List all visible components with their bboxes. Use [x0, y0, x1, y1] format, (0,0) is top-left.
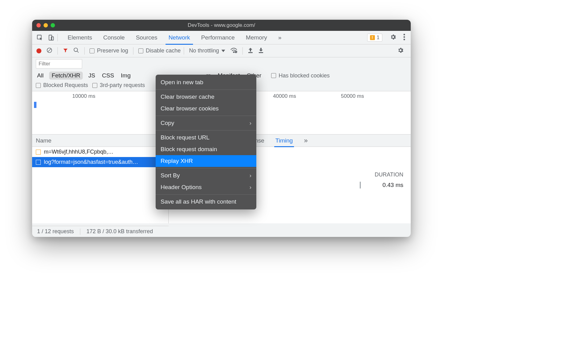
checkbox-icon: [36, 83, 41, 88]
tab-network[interactable]: Network: [163, 31, 196, 44]
separator: [156, 168, 256, 168]
queueing-duration: 0.43 ms: [382, 182, 403, 188]
divider: [242, 47, 243, 55]
more-menu-icon[interactable]: [401, 34, 408, 42]
ctx-block-domain[interactable]: Block request domain: [156, 143, 256, 155]
panel-tabs: Elements Console Sources Network Perform…: [32, 31, 411, 44]
clear-button[interactable]: [46, 47, 52, 55]
settings-icon[interactable]: [387, 34, 399, 42]
issues-count: 1: [377, 35, 380, 41]
tab-list: Elements Console Sources Network Perform…: [62, 31, 287, 44]
filter-img[interactable]: Img: [120, 72, 132, 80]
ctx-open-new-tab[interactable]: Open in new tab: [156, 77, 256, 88]
checkbox-icon: [92, 83, 97, 88]
third-party-label: 3rd-party requests: [100, 82, 145, 89]
search-icon[interactable]: [73, 47, 79, 55]
ctx-clear-cookies[interactable]: Clear browser cookies: [156, 103, 256, 114]
ctx-replay-xhr[interactable]: Replay XHR: [156, 155, 256, 167]
record-button[interactable]: [36, 48, 41, 53]
status-transferred: 172 B / 30.0 kB transferred: [86, 228, 153, 235]
export-har-icon[interactable]: [258, 47, 264, 55]
import-har-icon[interactable]: [248, 47, 253, 55]
filter-toggle-icon[interactable]: [63, 48, 68, 54]
third-party-checkbox[interactable]: 3rd-party requests: [92, 82, 145, 89]
request-row[interactable]: m=Wt6vjf,hhhU8,FCpbqb,…: [32, 147, 168, 157]
tab-sources[interactable]: Sources: [130, 31, 163, 44]
separator: [156, 89, 256, 90]
ctx-copy[interactable]: Copy›: [156, 117, 256, 129]
filter-input[interactable]: [36, 59, 82, 68]
tab-elements[interactable]: Elements: [62, 31, 98, 44]
device-toggle-icon[interactable]: [46, 33, 56, 42]
filter-fetch-xhr[interactable]: Fetch/XHR: [49, 72, 83, 80]
requests-header: Name: [32, 134, 168, 147]
request-type-icon: [36, 160, 41, 165]
ctx-sort-by[interactable]: Sort By›: [156, 170, 256, 181]
minimize-window-button[interactable]: [44, 23, 48, 27]
status-requests: 1 / 12 requests: [37, 228, 74, 235]
divider: [84, 47, 85, 55]
time-label: 40000 ms: [273, 93, 296, 99]
request-type-icon: [36, 150, 41, 155]
has-blocked-cookies-checkbox[interactable]: Has blocked cookies: [271, 72, 330, 79]
tab-timing[interactable]: Timing: [274, 134, 294, 147]
issues-badge[interactable]: ! 1: [367, 34, 382, 42]
filter-all[interactable]: All: [36, 72, 45, 80]
preserve-log-label: Preserve log: [97, 48, 128, 54]
throttling-select[interactable]: No throttling: [189, 48, 225, 54]
tab-memory[interactable]: Memory: [240, 31, 273, 44]
divider: [57, 34, 58, 41]
request-row[interactable]: log?format=json&hasfast=true&auth…: [32, 157, 168, 167]
filter-js[interactable]: JS: [87, 72, 96, 80]
tab-more[interactable]: »: [303, 134, 309, 147]
divider: [80, 229, 80, 235]
checkbox-icon: [271, 73, 276, 78]
chevron-right-icon: ›: [250, 184, 251, 191]
request-name: log?format=json&hasfast=true&auth…: [44, 159, 138, 165]
svg-point-3: [404, 34, 405, 35]
devtools-window: DevTools - www.google.com/ Elements Cons…: [32, 20, 411, 237]
ctx-header-options[interactable]: Header Options›: [156, 181, 256, 193]
separator: [156, 194, 256, 195]
time-label: 50000 ms: [341, 93, 364, 99]
close-window-button[interactable]: [36, 23, 41, 27]
svg-line-7: [48, 49, 51, 52]
chevron-right-icon: ›: [250, 120, 251, 126]
checkbox-icon: [90, 48, 94, 53]
network-conditions-icon[interactable]: [230, 47, 237, 55]
svg-rect-12: [248, 52, 253, 53]
divider: [57, 47, 58, 55]
divider: [184, 47, 184, 55]
svg-point-4: [404, 36, 405, 38]
has-blocked-cookies-label: Has blocked cookies: [279, 72, 330, 79]
ctx-save-har[interactable]: Save all as HAR with content: [156, 196, 256, 208]
inspect-element-icon[interactable]: [35, 33, 44, 42]
svg-line-9: [77, 51, 79, 52]
blocked-requests-label: Blocked Requests: [43, 82, 88, 89]
tab-performance[interactable]: Performance: [195, 31, 240, 44]
tab-more[interactable]: »: [273, 31, 287, 44]
ctx-clear-cache[interactable]: Clear browser cache: [156, 91, 256, 103]
network-toolbar: Preserve log Disable cache No throttling: [32, 44, 411, 57]
filter-css[interactable]: CSS: [101, 72, 115, 80]
queueing-bar: [360, 182, 361, 188]
svg-rect-13: [259, 52, 263, 53]
request-name: m=Wt6vjf,hhhU8,FCpbqb,…: [44, 149, 114, 155]
svg-point-5: [404, 39, 405, 40]
separator: [156, 130, 256, 130]
divider: [133, 47, 133, 55]
ctx-block-url[interactable]: Block request URL: [156, 132, 256, 143]
tab-console[interactable]: Console: [98, 31, 130, 44]
maximize-window-button[interactable]: [51, 23, 55, 27]
separator: [156, 116, 256, 116]
disable-cache-checkbox[interactable]: Disable cache: [138, 48, 181, 54]
network-settings-icon[interactable]: [395, 47, 406, 55]
chevron-down-icon: [221, 50, 225, 52]
preserve-log-checkbox[interactable]: Preserve log: [90, 48, 128, 54]
warning-icon: !: [370, 35, 375, 40]
time-label: 10000 ms: [72, 93, 95, 99]
chevron-right-icon: ›: [250, 172, 251, 179]
duration-label: DURATION: [375, 172, 403, 178]
blocked-requests-checkbox[interactable]: Blocked Requests: [36, 82, 88, 89]
window-title: DevTools - www.google.com/: [32, 22, 411, 28]
